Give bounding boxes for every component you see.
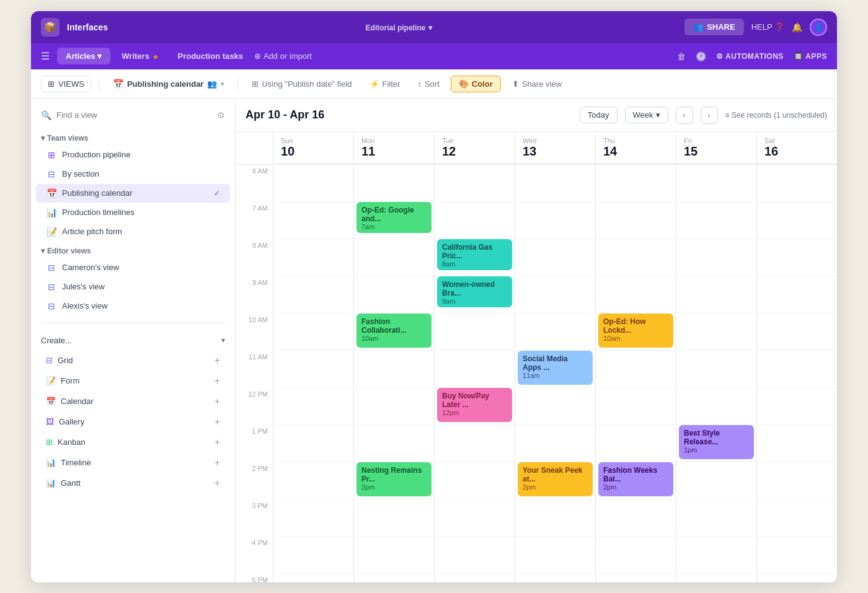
day-headers: Sun 10 Mon 11 Tue 12 bbox=[236, 132, 837, 165]
color-button[interactable]: 🎨 Color bbox=[451, 76, 501, 92]
dropdown-icon: ▾ bbox=[221, 81, 224, 87]
toolbar: ⊞ VIEWS 📅 Publishing calendar 👥 ▾ ⊞ Usin… bbox=[31, 69, 837, 99]
time-1pm: 1 PM bbox=[236, 425, 273, 462]
main-area: 🔍 ⚙ ▾ Team views ⊞ Production pipeline ⊟… bbox=[31, 99, 837, 582]
event-best-style[interactable]: Best Style Release... 1pm bbox=[679, 425, 754, 459]
apps-button[interactable]: 🔲 APPS bbox=[794, 52, 827, 61]
day-cells: Op-Ed: Google and... 7am Fashion Collabo… bbox=[273, 165, 837, 582]
sidebar: 🔍 ⚙ ▾ Team views ⊞ Production pipeline ⊟… bbox=[31, 99, 236, 582]
create-gallery-item[interactable]: 🖼 Gallery + bbox=[36, 412, 230, 432]
week-dropdown-icon: ▾ bbox=[656, 110, 660, 120]
top-nav: 📦 Interfaces Editorial pipeline ▾ 👥 SHAR… bbox=[31, 11, 837, 43]
filter-button[interactable]: ⚡ Filter bbox=[363, 76, 407, 92]
next-week-button[interactable]: › bbox=[701, 107, 718, 124]
writers-tab[interactable]: Writers bbox=[113, 48, 166, 64]
sidebar-item-by-section[interactable]: ⊟ By section bbox=[36, 165, 230, 183]
grid-create-icon: ⊟ bbox=[46, 356, 53, 365]
add-import-button[interactable]: ⊕ Add or import bbox=[254, 51, 312, 61]
sidebar-item-production-timelines[interactable]: 📊 Production timelines bbox=[36, 203, 230, 222]
event-fashion-weeks[interactable]: Fashion Weeks Bal... 2pm bbox=[598, 462, 673, 496]
day-cell-tue: California Gas Pric... 8am Women-owned B… bbox=[434, 165, 515, 582]
bell-icon[interactable]: 🔔 bbox=[792, 22, 802, 32]
hamburger-icon[interactable]: ☰ bbox=[41, 50, 50, 62]
event-oped-google[interactable]: Op-Ed: Google and... 7am bbox=[356, 202, 432, 233]
plus-icon-timeline[interactable]: + bbox=[215, 457, 220, 468]
event-social-media[interactable]: Social Media Apps ... 11am bbox=[518, 351, 593, 385]
day-header-tue: Tue 12 bbox=[434, 132, 515, 164]
share-view-icon: ⬆ bbox=[512, 79, 519, 89]
section-arrow-editor: ▾ bbox=[41, 247, 45, 255]
time-12pm: 12 PM bbox=[236, 388, 273, 425]
calendar-icon: 📅 bbox=[46, 188, 57, 198]
share-button[interactable]: 👥 SHARE bbox=[684, 19, 744, 35]
event-california-gas[interactable]: California Gas Pric... 8am bbox=[437, 239, 512, 270]
production-tasks-tab[interactable]: Production tasks bbox=[169, 48, 251, 64]
editor-views-label[interactable]: ▾ Editor views bbox=[31, 242, 235, 258]
day-header-sun: Sun 10 bbox=[273, 132, 353, 164]
create-calendar-item[interactable]: 📅 Calendar + bbox=[36, 392, 230, 411]
day-header-mon: Mon 11 bbox=[353, 132, 434, 164]
calendar-view-button[interactable]: 📅 Publishing calendar 👥 ▾ bbox=[107, 76, 231, 92]
share-view-button[interactable]: ⬆ Share view bbox=[506, 76, 568, 92]
event-women-owned[interactable]: Women-owned Bra... 9am bbox=[437, 276, 512, 307]
apps-icon: 🔲 bbox=[794, 52, 804, 61]
event-nesting-remains[interactable]: Nesting Remains Pr... 2pm bbox=[356, 462, 432, 496]
event-oped-lockdown[interactable]: Op-Ed: How Lockd... 10am bbox=[598, 314, 673, 348]
avatar[interactable]: 👤 bbox=[810, 19, 827, 36]
sidebar-item-article-pitch-form[interactable]: 📝 Article pitch form bbox=[36, 222, 230, 241]
page-title: Editorial pipeline ▾ bbox=[120, 22, 677, 33]
grid-icon: ⊞ bbox=[46, 150, 57, 160]
event-buy-now[interactable]: Buy Now/Pay Later ... 12pm bbox=[437, 388, 512, 422]
nav-right: 👥 SHARE HELP ❓ 🔔 👤 bbox=[684, 19, 827, 36]
today-button[interactable]: Today bbox=[580, 107, 618, 123]
plus-icon-calendar[interactable]: + bbox=[215, 396, 220, 407]
using-field-button[interactable]: ⊞ Using "Publish date" field bbox=[246, 76, 358, 92]
plus-icon-grid[interactable]: + bbox=[215, 355, 220, 366]
time-6am: 6 AM bbox=[236, 165, 273, 202]
chevron-down-icon: ▾ bbox=[221, 336, 225, 345]
sort-button[interactable]: ↕ Sort bbox=[411, 76, 445, 92]
table-icon-2: ⊟ bbox=[46, 263, 57, 273]
search-row: 🔍 ⚙ bbox=[31, 107, 235, 124]
event-fashion-collaborati[interactable]: Fashion Collaborati... 10am bbox=[356, 314, 432, 348]
plus-icon-form[interactable]: + bbox=[215, 376, 220, 387]
prev-week-button[interactable]: ‹ bbox=[676, 107, 693, 124]
gallery-create-icon: 🖼 bbox=[46, 417, 54, 426]
create-grid-item[interactable]: ⊟ Grid + bbox=[36, 351, 230, 371]
plus-icon-kanban[interactable]: + bbox=[215, 437, 220, 448]
plus-icon-gantt[interactable]: + bbox=[215, 478, 220, 489]
automations-icon: ⚙ bbox=[716, 52, 724, 61]
settings-icon[interactable]: ⚙ bbox=[217, 110, 225, 120]
sidebar-item-jules-view[interactable]: ⊟ Jules's view bbox=[36, 278, 230, 296]
sidebar-item-production-pipeline[interactable]: ⊞ Production pipeline bbox=[36, 146, 230, 164]
help-button[interactable]: HELP ❓ bbox=[751, 22, 784, 32]
unscheduled-button[interactable]: ≡ See records (1 unscheduled) bbox=[725, 111, 827, 120]
create-form-item[interactable]: 📝 Form + bbox=[36, 371, 230, 391]
history-icon[interactable]: 🕐 bbox=[696, 51, 706, 61]
articles-tab[interactable]: Articles ▾ bbox=[57, 48, 110, 64]
calendar-grid: Sun 10 Mon 11 Tue 12 bbox=[236, 132, 837, 582]
week-selector[interactable]: Week ▾ bbox=[625, 107, 668, 123]
automations-button[interactable]: ⚙ AUTOMATIONS bbox=[716, 52, 784, 61]
logo: 📦 bbox=[41, 18, 60, 37]
time-labels: 6 AM 7 AM 8 AM 9 AM 10 AM 11 AM 12 PM 1 … bbox=[236, 165, 273, 582]
team-views-label[interactable]: ▾ Team views bbox=[31, 129, 235, 145]
sidebar-item-camerons-view[interactable]: ⊟ Cameron's view bbox=[36, 258, 230, 277]
event-sneak-peek[interactable]: Your Sneak Peek at... 2pm bbox=[518, 462, 593, 496]
views-icon: ⊞ bbox=[48, 79, 55, 89]
plus-icon-gallery[interactable]: + bbox=[215, 416, 220, 428]
sidebar-item-alexis-view[interactable]: ⊟ Alexis's view bbox=[36, 297, 230, 315]
views-toggle[interactable]: ⊞ VIEWS bbox=[41, 76, 91, 92]
sidebar-item-publishing-calendar[interactable]: 📅 Publishing calendar ✓ bbox=[36, 184, 230, 203]
trash-icon[interactable]: 🗑 bbox=[677, 51, 686, 61]
table-icon-3: ⊟ bbox=[46, 282, 57, 292]
day-header-fri: Fri 15 bbox=[676, 132, 756, 164]
app-name: Interfaces bbox=[67, 22, 108, 32]
create-section[interactable]: Create... ▾ bbox=[31, 331, 235, 350]
find-view-input[interactable] bbox=[56, 110, 212, 120]
time-3pm: 3 PM bbox=[236, 499, 273, 537]
create-gantt-item[interactable]: 📊 Gantt + bbox=[36, 473, 230, 493]
create-kanban-item[interactable]: ⊞ Kanban + bbox=[36, 433, 230, 452]
field-icon: ⊞ bbox=[252, 79, 259, 89]
create-timeline-item[interactable]: 📊 Timeline + bbox=[36, 453, 230, 473]
